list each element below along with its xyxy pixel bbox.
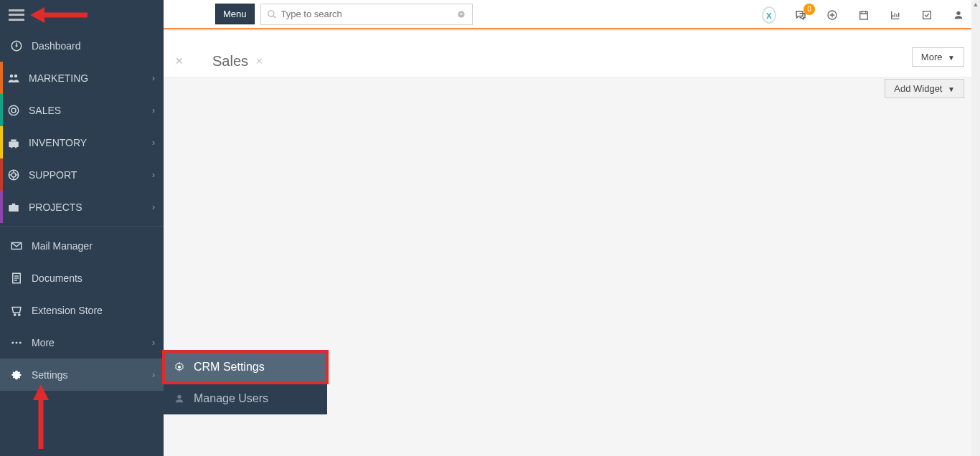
sidebar-item-label: Settings [32,369,152,381]
svg-point-15 [19,313,20,315]
chevron-right-icon: › [152,138,155,148]
menu-button[interactable]: Menu [215,4,255,24]
content-header: ✕ Sales ✕ [164,31,971,77]
submenu-item-label: CRM Settings [194,361,265,374]
sidebar-item-label: More [32,337,152,348]
svg-rect-25 [923,11,931,19]
gear-icon [172,361,187,373]
chevron-right-icon: › [152,202,155,212]
svg-point-3 [14,74,18,77]
svg-point-26 [956,11,960,14]
gear-icon [9,369,24,381]
topbar-actions: x 0 [762,0,966,29]
sidebar-item-settings[interactable]: Settings › [0,358,164,391]
mail-icon [9,239,24,252]
check-icon[interactable] [920,8,934,22]
plus-icon[interactable] [825,8,839,22]
svg-rect-24 [860,11,868,19]
submenu-item-crm-settings[interactable]: CRM Settings [164,351,327,383]
chevron-right-icon: › [152,170,155,180]
svg-point-5 [11,108,16,113]
svg-point-19 [178,366,181,369]
svg-point-8 [15,146,17,148]
sidebar: Dashboard MARKETING › SALES › INVENTORY … [0,0,164,456]
svg-rect-6 [9,141,19,147]
close-icon[interactable]: ✕ [175,55,184,67]
annotation-arrow-left [30,6,88,24]
sidebar-item-support[interactable]: SUPPORT › [0,158,164,191]
sidebar-item-dashboard[interactable]: Dashboard [0,29,164,62]
sidebar-item-label: Mail Manager [32,240,155,252]
notification-badge: 0 [804,4,815,15]
settings-submenu: CRM Settings Manage Users [164,351,327,414]
search-icon [267,9,277,19]
svg-point-20 [177,395,181,399]
more-icon [9,336,24,349]
sidebar-item-extension-store[interactable]: Extension Store [0,294,164,326]
svg-rect-11 [9,205,19,212]
svg-point-17 [16,341,18,343]
sidebar-item-label: INVENTORY [29,137,152,148]
user-icon [172,393,187,404]
sidebar-item-documents[interactable]: Documents [0,262,164,294]
sidebar-item-label: Dashboard [32,40,155,52]
chat-icon[interactable]: 0 [793,8,808,22]
dropdown-caret-icon[interactable] [456,9,466,19]
document-icon [9,272,24,285]
svg-point-14 [14,313,16,315]
logo-icon[interactable]: x [762,8,776,22]
dashboard-icon [9,39,24,52]
scrollbar[interactable]: ▲ [971,0,980,456]
chevron-right-icon: › [152,370,155,380]
submenu-item-manage-users[interactable]: Manage Users [164,383,327,414]
sidebar-item-label: Extension Store [32,305,155,316]
chevron-right-icon: › [152,105,155,115]
svg-point-18 [19,341,22,343]
sidebar-item-inventory[interactable]: INVENTORY › [0,126,164,158]
calendar-icon[interactable] [857,8,871,22]
target-icon [6,104,22,117]
topbar: Menu x 0 [164,0,971,29]
search-input[interactable] [277,9,456,19]
chart-icon[interactable] [888,8,903,22]
svg-point-2 [10,74,14,77]
caret-down-icon: ▼ [948,85,955,93]
sidebar-item-label: SALES [29,105,152,116]
sidebar-item-label: Documents [32,272,155,284]
chevron-right-icon: › [152,73,155,83]
sidebar-item-sales[interactable]: SALES › [0,94,164,126]
hamburger-icon[interactable] [9,9,24,21]
divider [0,226,164,227]
scroll-up-icon[interactable]: ▲ [971,0,980,9]
svg-point-4 [9,105,19,115]
sidebar-item-projects[interactable]: PROJECTS › [0,191,164,223]
sidebar-item-label: SUPPORT [29,169,152,181]
user-profile-icon[interactable] [951,8,966,22]
svg-point-7 [11,146,13,148]
submenu-item-label: Manage Users [194,392,268,405]
sidebar-item-marketing[interactable]: MARKETING › [0,62,164,94]
support-icon [6,168,22,181]
svg-point-21 [268,10,273,16]
sidebar-item-mail-manager[interactable]: Mail Manager [0,229,164,262]
chevron-right-icon: › [152,338,155,348]
main-content: ✕ Sales ✕ [164,31,971,77]
annotation-arrow-up [30,384,52,449]
cart-icon [9,304,24,317]
search-box[interactable] [260,4,473,25]
sidebar-item-label: PROJECTS [29,201,152,213]
close-tab-icon[interactable]: ✕ [255,56,263,67]
caret-down-icon: ▼ [948,54,955,62]
page-title: Sales [212,53,248,70]
svg-point-10 [11,173,16,177]
briefcase-icon [6,201,22,214]
users-icon [6,72,22,85]
sidebar-item-more[interactable]: More › [0,326,164,358]
svg-point-1 [16,44,18,47]
inventory-icon [6,136,22,149]
add-widget-button[interactable]: Add Widget ▼ [885,79,964,98]
sidebar-item-label: MARKETING [29,72,152,84]
svg-point-16 [11,341,14,343]
more-button[interactable]: More ▼ [912,47,964,67]
